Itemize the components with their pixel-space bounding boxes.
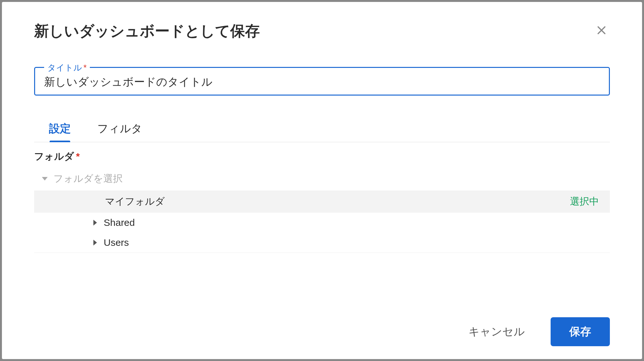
close-icon (596, 23, 607, 39)
cancel-button[interactable]: キャンセル (462, 319, 531, 344)
folder-select-placeholder: フォルダを選択 (53, 172, 123, 185)
caret-down-icon (42, 177, 48, 181)
expand-toggle[interactable] (92, 220, 98, 226)
folder-label-text: フォルダ (34, 151, 74, 162)
folder-item-label: Users (104, 237, 129, 248)
title-field-wrap[interactable]: タイトル* (34, 67, 610, 96)
save-dashboard-modal: 新しいダッシュボードとして保存 タイトル* 設定 フィルタ フォルダ* フォルダ… (2, 2, 642, 359)
caret-right-icon (93, 220, 97, 226)
title-required-mark: * (83, 63, 87, 72)
folder-select-header[interactable]: フォルダを選択 (34, 167, 610, 190)
folder-label-row: フォルダ* (34, 150, 610, 163)
folder-required-mark: * (76, 151, 80, 162)
modal-backdrop: 新しいダッシュボードとして保存 タイトル* 設定 フィルタ フォルダ* フォルダ… (0, 0, 644, 361)
title-label-text: タイトル (47, 63, 82, 72)
folder-tree: マイフォルダ 選択中 Shared Users (34, 190, 610, 253)
modal-header: 新しいダッシュボードとして保存 (34, 21, 610, 41)
folder-item-myfolder[interactable]: マイフォルダ 選択中 (34, 190, 610, 213)
title-field-label: タイトル* (44, 62, 90, 73)
modal-title: 新しいダッシュボードとして保存 (34, 21, 260, 41)
tabs: 設定 フィルタ (34, 118, 610, 142)
title-input[interactable] (44, 76, 600, 88)
folder-item-shared[interactable]: Shared (34, 213, 610, 233)
tab-filter[interactable]: フィルタ (95, 118, 144, 142)
folder-item-label: マイフォルダ (105, 195, 165, 208)
caret-right-icon (93, 240, 97, 245)
expand-toggle[interactable] (92, 240, 98, 245)
close-button[interactable] (593, 22, 610, 41)
folder-item-users[interactable]: Users (34, 233, 610, 253)
folder-item-label: Shared (104, 217, 135, 228)
modal-footer: キャンセル 保存 (34, 298, 610, 346)
selected-badge: 選択中 (570, 195, 599, 208)
tab-settings[interactable]: 設定 (47, 118, 73, 142)
save-button[interactable]: 保存 (551, 317, 610, 346)
